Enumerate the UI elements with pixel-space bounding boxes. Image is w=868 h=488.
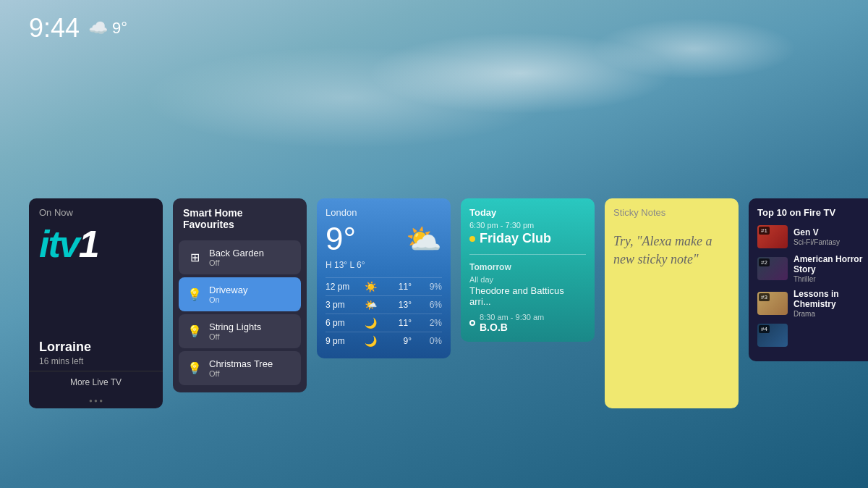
driveway-name: Driveway <box>209 285 247 295</box>
weather-main: 9° ⛅ <box>326 221 442 257</box>
show-title: Lorraine <box>39 340 153 355</box>
top10-show-1-name: Gen V <box>793 227 840 237</box>
sun-cloud-icon: ⛅ <box>406 222 442 256</box>
grid-icon: ⊞ <box>187 251 202 264</box>
driveway-status: On <box>209 295 247 304</box>
clock: 9:44 <box>29 13 80 43</box>
smart-item-driveway[interactable]: 💡 Driveway On <box>179 277 301 311</box>
today-event-row: Friday Club <box>469 231 586 247</box>
sun-icon-12pm: ☀️ <box>363 281 378 293</box>
show-time: 16 mins left <box>39 356 153 366</box>
divider <box>469 254 586 255</box>
sticky-content: Try, "Alexa make a new sticky note" <box>613 232 730 269</box>
top10-thumbnail-1: #1 <box>757 225 788 248</box>
more-live-tv-link[interactable]: More Live TV <box>29 371 163 393</box>
top10-show-2-genre: Thriller <box>793 275 868 283</box>
top10-show-1-genre: Sci-Fi/Fantasy <box>793 238 840 246</box>
forecast-row-12pm: 12 pm ☀️ 11° 9% <box>326 277 442 295</box>
smart-item-christmas-tree[interactable]: 💡 Christmas Tree Off <box>179 351 301 385</box>
today-label: Today <box>469 207 586 218</box>
white-dot <box>469 320 475 326</box>
tomorrow-event-title: Theodore and Batticus arri... <box>469 285 586 307</box>
top10-thumbnail-2: #2 <box>757 257 788 280</box>
on-now-info: Lorraine 16 mins left <box>29 332 163 371</box>
page-dots: ● ● ● <box>29 393 163 408</box>
weather-status: ☁️ 9° <box>88 19 127 38</box>
event2-name: B.O.B <box>480 321 544 333</box>
smart-item-string-lights[interactable]: 💡 String Lights Off <box>179 314 301 348</box>
back-garden-name: Back Garden <box>209 248 264 258</box>
bulb-icon-string-lights: 💡 <box>187 324 202 338</box>
smart-item-back-garden[interactable]: ⊞ Back Garden Off <box>179 240 301 274</box>
partly-cloudy-icon-3pm: 🌤️ <box>363 299 378 311</box>
top10-item-2[interactable]: #2 American Horror Story Thriller <box>757 254 868 283</box>
cards-container: On Now itv1 Lorraine 16 mins left More L… <box>29 198 839 408</box>
top10-item-1[interactable]: #1 Gen V Sci-Fi/Fantasy <box>757 225 868 248</box>
weather-icon: ☁️ <box>88 19 108 38</box>
forecast-row-3pm: 3 pm 🌤️ 13° 6% <box>326 295 442 314</box>
top10-thumbnail-3: #3 <box>757 292 788 315</box>
top10-show-3-genre: Drama <box>793 310 868 318</box>
sticky-notes-card: Sticky Notes Try, "Alexa make a new stic… <box>605 198 739 408</box>
top10-show-2-name: American Horror Story <box>793 254 868 275</box>
event2-time: 8:30 am - 9:30 am <box>480 313 544 321</box>
itv-logo: itv1 <box>29 221 163 270</box>
top10-item-4[interactable]: #4 <box>757 324 868 347</box>
christmas-tree-status: Off <box>209 369 273 378</box>
tomorrow-label: Tomorrow <box>469 262 586 272</box>
yellow-dot <box>469 236 475 242</box>
tomorrow-all-day: All day <box>469 275 586 284</box>
weather-city: London <box>326 207 442 218</box>
today-card: Today 6:30 pm - 7:30 pm Friday Club Tomo… <box>461 198 595 342</box>
string-lights-name: String Lights <box>209 321 261 332</box>
top10-thumbnail-4: #4 <box>757 324 788 347</box>
string-lights-status: Off <box>209 332 261 341</box>
back-garden-status: Off <box>209 258 264 267</box>
christmas-tree-name: Christmas Tree <box>209 358 273 369</box>
on-now-card: On Now itv1 Lorraine 16 mins left More L… <box>29 198 163 408</box>
moon-icon-9pm: 🌙 <box>363 335 378 347</box>
top10-item-3[interactable]: #3 Lessons in Chemistry Drama <box>757 289 868 318</box>
smart-home-title: Smart Home Favourites <box>173 198 307 237</box>
current-temp: 9° <box>326 221 356 257</box>
top10-title: Top 10 on Fire TV <box>757 207 868 218</box>
forecast-row-9pm: 9 pm 🌙 9° 0% <box>326 332 442 350</box>
top10-show-3-name: Lessons in Chemistry <box>793 289 868 310</box>
moon-icon-6pm: 🌙 <box>363 317 378 329</box>
event2-row: 8:30 am - 9:30 am B.O.B <box>469 313 586 333</box>
on-now-label: On Now <box>29 198 163 221</box>
friday-club-title: Friday Club <box>480 231 551 247</box>
status-bar: 9:44 ☁️ 9° <box>29 13 127 43</box>
smart-home-card: Smart Home Favourites ⊞ Back Garden Off … <box>173 198 307 392</box>
sticky-notes-title: Sticky Notes <box>613 207 730 218</box>
bulb-icon-driveway: 💡 <box>187 287 202 301</box>
forecast-row-6pm: 6 pm 🌙 11° 2% <box>326 314 442 332</box>
weather-card: London 9° ⛅ H 13° L 6° 12 pm ☀️ 11° 9% 3… <box>317 198 451 358</box>
high-low: H 13° L 6° <box>326 260 442 270</box>
today-event-time: 6:30 pm - 7:30 pm <box>469 221 586 230</box>
temperature-display: 9° <box>112 19 127 38</box>
top10-card: Top 10 on Fire TV #1 Gen V Sci-Fi/Fantas… <box>749 198 868 361</box>
bulb-icon-xmas: 💡 <box>187 361 202 375</box>
